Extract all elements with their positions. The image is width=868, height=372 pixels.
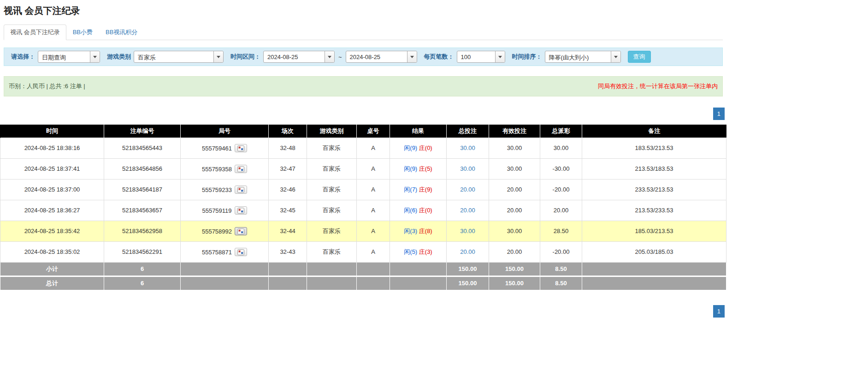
table-no-cell: A [357, 179, 390, 200]
total-bet-link[interactable]: 20.00 [460, 207, 475, 214]
view-result-button[interactable] [235, 206, 247, 215]
chevron-down-icon[interactable] [213, 51, 223, 62]
result-cell: 闲(5) 庄(3) [390, 241, 447, 262]
summary-payout-cell: 8.50 [540, 262, 582, 276]
subtotal-row: 小计6150.00150.008.50 [0, 262, 726, 276]
table-row: 2024-08-25 18:37:00521834564187555759233… [0, 179, 726, 200]
view-result-button[interactable] [235, 144, 247, 152]
bet-id-cell: 521834562291 [104, 241, 181, 262]
total-bet-link[interactable]: 30.00 [460, 228, 475, 234]
pagination-bottom: 1 [0, 305, 725, 318]
banker-result: 庄(9) [419, 186, 432, 193]
summary-valid-bet-cell: 150.00 [489, 276, 540, 290]
column-header: 注单编号 [104, 125, 181, 138]
round-cell: 555759119 [181, 200, 269, 221]
summary-payout-cell: 8.50 [540, 276, 582, 290]
result-detail-icon [237, 187, 244, 194]
game-type-select[interactable]: 百家乐 [134, 51, 224, 63]
chevron-down-icon[interactable] [407, 51, 417, 62]
date-from-select[interactable]: 2024-08-25 [263, 51, 335, 63]
round-number: 555759119 [202, 207, 231, 214]
empty-cell [269, 276, 307, 290]
filter-bar: 请选择： 日期查询 游戏类别 百家乐 时间区间： 2024-08-25 ~ 20… [4, 48, 723, 66]
total-bet-link[interactable]: 20.00 [460, 186, 475, 193]
round-number: 555759358 [202, 165, 232, 172]
banker-result: 庄(0) [419, 207, 432, 214]
valid-bet-cell: 30.00 [489, 158, 540, 179]
sort-order-select[interactable]: 降幂(由大到小) [545, 51, 621, 63]
page-size-label: 每页笔数： [424, 53, 454, 61]
empty-cell [582, 276, 726, 290]
tab-bb-video-points[interactable]: BB视讯积分 [99, 24, 144, 40]
empty-cell [582, 262, 726, 276]
table-row: 2024-08-25 18:36:27521834563657555759119… [0, 200, 726, 221]
payout-cell: 20.00 [540, 200, 582, 221]
view-result-button[interactable] [235, 227, 247, 235]
time-range-label: 时间区间： [230, 53, 260, 61]
remark-cell: 233.53/213.53 [582, 179, 726, 200]
page-1-button[interactable]: 1 [713, 108, 725, 120]
empty-cell [307, 276, 357, 290]
total-bet-link[interactable]: 30.00 [460, 144, 475, 151]
game-type-cell: 百家乐 [307, 179, 357, 200]
chevron-down-icon[interactable] [611, 51, 620, 62]
page-1-button[interactable]: 1 [713, 305, 725, 318]
result-cell: 闲(6) 庄(0) [390, 200, 447, 221]
notice-text: 同局有效投注，统一计算在该局第一张注单内 [598, 82, 718, 90]
total-row: 总计6150.00150.008.50 [0, 276, 726, 290]
date-to-value: 2024-08-25 [346, 51, 407, 62]
time-cell: 2024-08-25 18:35:42 [0, 221, 104, 241]
total-bet-cell: 20.00 [447, 179, 489, 200]
time-cell: 2024-08-25 18:38:16 [0, 138, 104, 158]
total-bet-link[interactable]: 20.00 [460, 248, 475, 255]
result-detail-icon [237, 167, 244, 174]
column-header: 有效投注 [489, 125, 540, 138]
total-bet-link[interactable]: 30.00 [460, 165, 475, 172]
bet-id-cell: 521834563657 [104, 200, 181, 221]
time-cell: 2024-08-25 18:37:41 [0, 158, 104, 179]
round-cell: 555759358 [181, 158, 269, 179]
column-header: 时间 [0, 125, 104, 138]
bet-records-table: 时间注单编号局号场次游戏类别桌号结果总投注有效投注总派彩备注 2024-08-2… [0, 125, 726, 290]
round-number: 555758992 [202, 228, 232, 234]
remark-cell: 205.03/185.03 [582, 241, 726, 262]
page-size-select[interactable]: 100 [457, 51, 505, 63]
remark-cell: 213.53/183.53 [582, 158, 726, 179]
round-cell: 555758992 [181, 221, 269, 241]
search-button[interactable]: 查询 [628, 51, 651, 63]
game-type-cell: 百家乐 [307, 241, 357, 262]
bet-id-cell: 521834564187 [104, 179, 181, 200]
query-type-value: 日期查询 [38, 51, 90, 62]
date-to-select[interactable]: 2024-08-25 [346, 51, 417, 63]
view-result-button[interactable] [235, 248, 247, 256]
page-size-value: 100 [457, 51, 495, 62]
valid-bet-cell: 30.00 [489, 221, 540, 241]
query-type-select[interactable]: 日期查询 [38, 51, 100, 63]
table-no-cell: A [357, 221, 390, 241]
payout-cell: -20.00 [540, 179, 582, 200]
tab-bb-tips[interactable]: BB小费 [66, 24, 99, 40]
view-result-button[interactable] [235, 186, 247, 194]
banker-result: 庄(5) [419, 165, 432, 172]
time-cell: 2024-08-25 18:37:00 [0, 179, 104, 200]
session-cell: 32-45 [269, 200, 307, 221]
game-type-cell: 百家乐 [307, 158, 357, 179]
game-type-cell: 百家乐 [307, 200, 357, 221]
valid-bet-cell: 20.00 [489, 179, 540, 200]
player-result: 闲(5) [404, 248, 417, 255]
result-cell: 闲(3) 庄(8) [390, 221, 447, 241]
table-row: 2024-08-25 18:35:42521834562958555758992… [0, 221, 726, 241]
view-result-button[interactable] [235, 165, 247, 173]
chevron-down-icon[interactable] [495, 51, 505, 62]
column-header: 结果 [390, 125, 447, 138]
tab-betting-records[interactable]: 视讯 会员下注纪录 [4, 24, 66, 40]
remark-cell: 183.53/213.53 [582, 138, 726, 158]
result-cell: 闲(9) 庄(5) [390, 158, 447, 179]
total-bet-cell: 30.00 [447, 138, 489, 158]
game-type-label: 游戏类别 [107, 53, 131, 61]
chevron-down-icon[interactable] [90, 51, 100, 62]
column-header: 游戏类别 [307, 125, 357, 138]
chevron-down-icon[interactable] [325, 51, 334, 62]
game-type-cell: 百家乐 [307, 221, 357, 241]
table-row: 2024-08-25 18:38:16521834565443555759461… [0, 138, 726, 158]
